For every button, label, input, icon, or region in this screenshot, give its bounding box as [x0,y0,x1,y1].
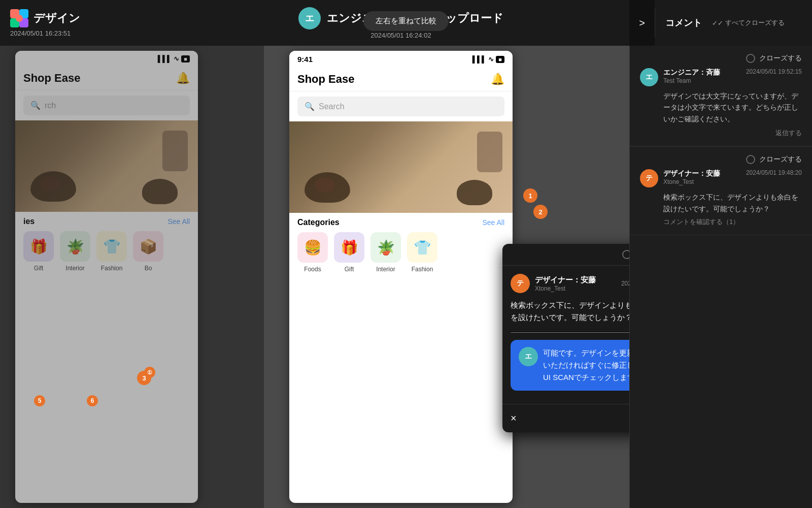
comment-panel: クローズする エ エンジニア：斉藤 Test Team 2024/05/01 1… [629,46,812,508]
comment-popup: クローズする テ デザイナー：安藤 Xtone_Test 2024/05/01 … [502,244,629,432]
right-status-time: 9:41 [297,55,313,64]
close-x-button[interactable]: × [511,412,517,424]
see-comment-link[interactable]: コメントを確認する（1） [663,217,802,227]
compare-button[interactable]: 左右を重ねて比較 [363,11,449,31]
left-search-icon: 🔍 [30,101,41,110]
right-categories-row: Categories See All [289,213,513,232]
right-see-all[interactable]: See All [482,218,504,227]
pin-2-circle: 2 [533,205,548,219]
svg-point-4 [16,15,23,22]
left-search-bar[interactable]: 🔍 rch [23,96,190,115]
top-bar-right: > コメント ✓✓ すべてクローズする [629,0,812,46]
box-icon-box: 📦 [133,231,163,262]
reply-link-1[interactable]: 返信する [640,129,802,138]
right-panel: 9:41 ▌▌▌ ∿ ■ Shop Ease 🔔 🔍 Search [264,46,629,508]
status-icons-right: ▌▌▌ ∿ ■ [472,55,504,63]
left-status-bar: ▌▌▌ ∿ ■ [15,51,198,67]
app-timestamp: 2024/05/01 16:23:51 [10,29,162,37]
close-label-2: クローズする [759,155,802,164]
left-panel: ▌▌▌ ∿ ■ Shop Ease 🔔 🔍 rch [0,46,264,508]
designer-info: デザイナー：安藤 Xtone_Test [535,275,596,292]
interior-icon-box: 🪴 [60,231,90,262]
right-gift-label: Gift [345,266,354,273]
comment-item-2-header: テ デザイナー：安藤 Xtone_Test 2024/05/01 19:48:2… [640,169,802,187]
close-label-1: クローズする [759,54,802,63]
comment-item-1-header: エ エンジニア：斉藤 Test Team 2024/05/01 19:52:15 [640,68,802,86]
gift-icon-box: 🎁 [23,231,54,262]
chevron-button[interactable]: > [629,0,655,46]
engineer-name-panel: エンジニア：斉藤 [663,68,720,77]
pin-3-sub: ① [144,367,155,378]
right-category-fashion[interactable]: 👕 Fashion [407,232,437,273]
fashion-label: Fashion [101,265,123,272]
top-bar-left: デザイン 2024/05/01 16:23:51 [0,4,173,42]
left-category-interior[interactable]: 🪴 Interior [60,231,90,272]
right-category-icons: 🍔 Foods 🎁 Gift 🪴 Interior 👕 Fashion [289,232,513,278]
right-phone-header: Shop Ease 🔔 [289,68,513,91]
pin-1-circle: 1 [523,188,537,203]
main-content: ▌▌▌ ∿ ■ Shop Ease 🔔 🔍 rch [0,46,812,508]
right-category-foods[interactable]: 🍔 Foods [297,232,328,273]
right-status-bar: 9:41 ▌▌▌ ∿ ■ [289,51,513,68]
fashion-icon-box: 👕 [96,231,127,262]
designer-comment-text-panel: 検索ボックス下に、デザインよりも余白を設けたいです。可能でしょうか？ [663,192,802,214]
left-category-gift[interactable]: 🎁 Gift [23,231,54,272]
reply-bubble: エ 可能です。デザインを更新していただければすぐに修正して、UI SCANでチェ… [511,340,629,391]
right-bell-icon: 🔔 [491,73,504,86]
left-categories-row: ies See All [15,212,198,231]
close-checkbox-popup[interactable] [622,250,629,259]
designer-date-popup: 2024/05/01 19:48:20 [621,280,629,287]
status-icons-left: ▌▌▌ ∿ ■ [158,55,190,62]
foods-label: Foods [304,266,321,273]
left-phone-header: Shop Ease 🔔 [15,67,198,90]
left-category-box[interactable]: 📦 Bo [133,231,163,272]
designer-name-panel: デザイナー：安藤 [663,169,720,178]
designer-avatar-panel: テ [640,169,658,187]
compare-button-wrap: 左右を重ねて比較 [363,11,449,31]
left-category-fashion[interactable]: 👕 Fashion [96,231,127,272]
left-app-title: Shop Ease [23,72,80,85]
close-check-row-popup: クローズする [622,250,629,259]
designer-username-popup: Xtone_Test [535,285,596,292]
close-checkbox-1[interactable] [746,54,755,63]
right-interior-label: Interior [376,266,395,273]
right-pin-2[interactable]: 2 [533,205,548,219]
right-phone-screen: 9:41 ▌▌▌ ∿ ■ Shop Ease 🔔 🔍 Search [289,51,513,503]
comment-popup-body: テ デザイナー：安藤 Xtone_Test 2024/05/01 19:48:2… [502,266,629,404]
app-title-label: デザイン [33,11,80,26]
close-all-button[interactable]: ✓✓ すべてクローズする [712,18,785,27]
designer-team-panel: Xtone_Test [663,178,720,185]
left-see-all[interactable]: See All [167,217,190,226]
engineer-team-panel: Test Team [663,77,720,84]
right-category-interior[interactable]: 🪴 Interior [370,232,401,273]
comment-panel-title: コメント [665,17,702,29]
right-search-icon: 🔍 [304,102,315,111]
left-food-image [15,120,198,212]
right-search-bar[interactable]: 🔍 Search [297,97,504,116]
right-pin-1[interactable]: 1 [523,188,537,203]
reply-bubble-row: エ 可能です。デザインを更新していただければすぐに修正して、UI SCANでチェ… [519,347,629,384]
top-bar: デザイン 2024/05/01 16:23:51 左右を重ねて比較 エ エンジニ… [0,0,812,46]
left-food-image-inner [15,120,198,212]
designer-avatar-popup: テ [511,274,530,293]
right-fashion-icon-box: 👕 [407,232,437,263]
engineer-info-panel: エンジニア：斉藤 Test Team [663,68,720,84]
right-category-gift[interactable]: 🎁 Gift [334,232,364,273]
app-title-row: デザイン [10,9,162,27]
designer-info-panel: デザイナー：安藤 Xtone_Test [663,169,720,185]
left-category-icons: 🎁 Gift 🪴 Interior 👕 Fashion 📦 Bo [15,231,198,277]
comment-item-2: クローズする テ デザイナー：安藤 Xtone_Test 2024/05/01 … [630,147,812,235]
gift-label: Gift [34,265,44,272]
left-pin-3[interactable]: 3 ① [137,371,151,385]
designer-name-popup: デザイナー：安藤 [535,275,596,285]
designer-date-panel: 2024/05/01 19:48:20 [746,169,802,176]
pin-3-circle: 3 ① [137,371,151,385]
engineer-timestamp: 2024/05/01 16:24:02 [370,31,431,39]
engineer-avatar-panel: エ [640,68,658,86]
close-check-row-2: クローズする [640,155,802,164]
engineer-comment-text-panel: デザインでは大文字になっていますが、データは小文字で来ています。どちらが正しいか… [663,90,802,124]
close-checkbox-2[interactable] [746,155,755,164]
right-fashion-label: Fashion [412,266,433,273]
right-categories-title: Categories [297,218,340,227]
left-categories-title: ies [23,217,35,226]
